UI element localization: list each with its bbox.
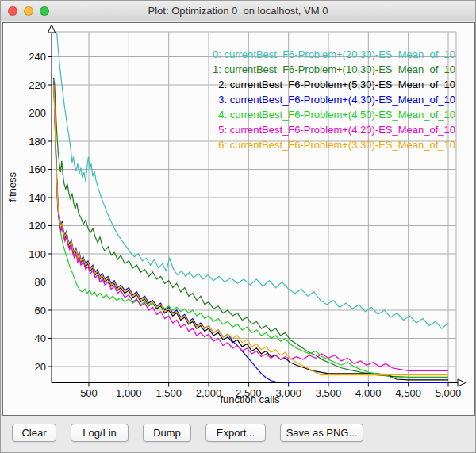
plot-window: Plot: Optimization 0 on localhost, VM 0 … — [0, 0, 476, 453]
y-tick-label: 60 — [35, 305, 46, 317]
y-tick-label: 20 — [35, 361, 46, 373]
save-as-png-button[interactable]: Save as PNG... — [280, 424, 363, 442]
y-tick-label: 160 — [29, 163, 46, 175]
y-axis-label: fitness — [6, 172, 18, 202]
x-axis-arrow — [458, 379, 466, 386]
y-tick-label: 180 — [29, 136, 46, 148]
plot-panel: 204060801001201401601802002202405001,000… — [2, 22, 475, 416]
legend-entry: 5: currentBest_F6-Problem+(4,20)-ES_Mean… — [213, 122, 455, 137]
y-tick-label: 240 — [29, 51, 46, 63]
y-axis-arrow — [48, 25, 56, 33]
y-tick-label: 40 — [35, 332, 46, 344]
y-tick-label: 100 — [29, 248, 46, 260]
y-tick-label: 220 — [29, 79, 46, 91]
legend-entry: 0: currentBest_F6-Problem+(20,30)-ES_Mea… — [213, 47, 455, 62]
export-button[interactable]: Export... — [205, 424, 266, 442]
clear-button[interactable]: Clear — [12, 424, 56, 442]
legend-entry: 4: currentBest_F6-Problem+(4,50)-ES_Mean… — [213, 107, 455, 122]
dump-button[interactable]: Dump — [143, 424, 191, 442]
y-tick-label: 120 — [29, 220, 46, 232]
legend-entry: 1: currentBest_F6-Problem+(10,30)-ES_Mea… — [213, 62, 455, 77]
chart-legend: 0: currentBest_F6-Problem+(20,30)-ES_Mea… — [213, 47, 455, 152]
y-tick-label: 80 — [35, 276, 46, 288]
legend-entry: 6: currentBest_F6-Problem+(3,30)-ES_Mean… — [213, 137, 455, 152]
log-lin-button[interactable]: Log/Lin — [71, 424, 129, 442]
x-axis-label: function calls — [24, 393, 476, 405]
y-tick-label: 200 — [29, 107, 46, 119]
window-titlebar[interactable]: Plot: Optimization 0 on localhost, VM 0 — [1, 1, 475, 21]
legend-entry: 2: currentBest_F6-Problem+(5,30)-ES_Mean… — [213, 77, 455, 92]
legend-entry: 3: currentBest_F6-Problem+(4,30)-ES_Mean… — [213, 92, 455, 107]
window-title: Plot: Optimization 0 on localhost, VM 0 — [1, 5, 475, 17]
y-tick-label: 140 — [29, 192, 46, 204]
